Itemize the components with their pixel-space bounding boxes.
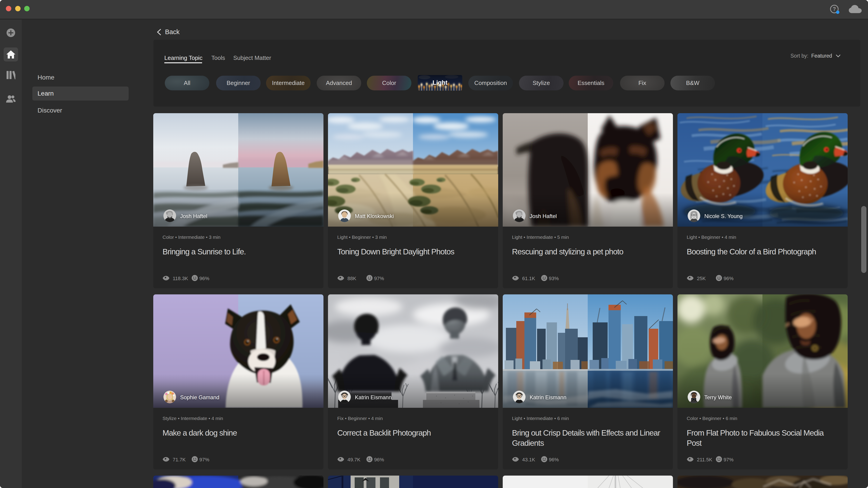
svg-text:?: ? (833, 6, 836, 12)
